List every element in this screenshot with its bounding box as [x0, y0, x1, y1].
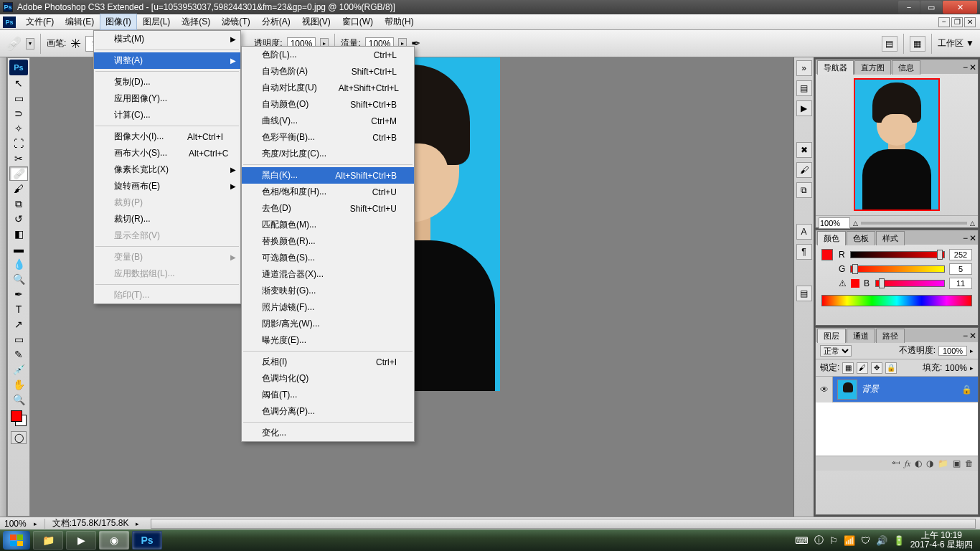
layer-opacity-value[interactable]: 100%: [938, 346, 967, 356]
layer-fill-value[interactable]: 100%: [945, 363, 967, 373]
r-slider[interactable]: [850, 251, 945, 258]
menu-item[interactable]: 去色(D)Shift+Ctrl+U: [242, 200, 414, 217]
tray-info-icon[interactable]: ⓘ: [814, 534, 824, 547]
menu-item[interactable]: 自动色阶(A)Shift+Ctrl+L: [242, 63, 414, 80]
menu-item[interactable]: 亮度/对比度(C)...: [242, 146, 414, 162]
menu-item[interactable]: 色调均化(Q): [242, 370, 414, 387]
taskbar-photoshop-icon[interactable]: Ps: [132, 531, 162, 550]
fill-arrow-icon[interactable]: ▸: [970, 364, 974, 372]
tray-network-icon[interactable]: 📶: [844, 535, 855, 546]
menu-item[interactable]: 色调分离(P)...: [242, 403, 414, 420]
bridge-icon[interactable]: ▦: [910, 36, 925, 52]
menu-item[interactable]: 复制(D)...: [94, 74, 240, 90]
wand-tool[interactable]: ✧: [9, 121, 28, 136]
doc-close-button[interactable]: ✕: [964, 17, 976, 27]
r-value[interactable]: 252: [949, 249, 972, 260]
adjustment-layer-icon[interactable]: ◑: [926, 458, 933, 468]
layer-group-icon[interactable]: 📁: [938, 458, 948, 468]
opacity-arrow-icon[interactable]: ▸: [970, 347, 974, 354]
status-arrow-icon[interactable]: ▸: [136, 520, 139, 527]
menu-item[interactable]: 照片滤镜(F)...: [242, 299, 414, 316]
menu-view[interactable]: 视图(V): [296, 14, 336, 30]
menu-item[interactable]: 调整(A)▶: [94, 52, 240, 69]
tab-channels[interactable]: 通道: [847, 329, 875, 343]
path-tool[interactable]: ↗: [9, 317, 28, 331]
lock-all-icon[interactable]: 🔒: [885, 362, 897, 374]
stamp-tool[interactable]: ⧉: [9, 197, 28, 211]
navigator-zoom-slider[interactable]: [861, 222, 967, 225]
slice-tool[interactable]: ✂: [9, 151, 28, 166]
menu-item[interactable]: 色彩平衡(B)...Ctrl+B: [242, 129, 414, 146]
tray-keyboard-icon[interactable]: ⌨: [795, 535, 809, 546]
color-spectrum[interactable]: [821, 295, 972, 306]
menu-item[interactable]: 黑白(K)...Alt+Shift+Ctrl+B: [242, 167, 414, 184]
zoom-out-icon[interactable]: △: [853, 220, 858, 227]
close-button[interactable]: ✕: [943, 1, 977, 14]
blend-mode-select[interactable]: 正常: [820, 345, 852, 357]
navigator-thumbnail[interactable]: [854, 78, 940, 211]
b-slider[interactable]: [875, 280, 945, 287]
menu-item[interactable]: 像素长宽比(X)▶: [94, 161, 240, 178]
tab-swatches[interactable]: 色板: [847, 231, 875, 245]
healing-brush-icon[interactable]: 🩹: [6, 36, 22, 52]
horizontal-scrollbar[interactable]: [151, 519, 976, 529]
tray-battery-icon[interactable]: 🔋: [893, 535, 905, 546]
tab-styles[interactable]: 样式: [876, 231, 905, 245]
menu-window[interactable]: 窗口(W): [336, 14, 379, 30]
menu-edit[interactable]: 编辑(E): [60, 14, 100, 30]
menu-item[interactable]: 色阶(L)...Ctrl+L: [242, 47, 414, 63]
menu-layer[interactable]: 图层(L): [137, 14, 176, 30]
menu-item[interactable]: 旋转画布(E)▶: [94, 178, 240, 194]
quickmask-button[interactable]: ◯: [11, 431, 27, 444]
layer-mask-icon[interactable]: ◐: [915, 458, 922, 468]
maximize-button[interactable]: ▭: [920, 1, 942, 14]
minimize-button[interactable]: −: [898, 1, 920, 14]
strip-expand-icon[interactable]: »: [796, 60, 812, 76]
tab-histogram[interactable]: 直方图: [854, 60, 891, 75]
panel-minimize-icon[interactable]: −: [963, 233, 968, 243]
menu-image[interactable]: 图像(I): [100, 14, 136, 30]
menu-item[interactable]: 应用图像(Y)...: [94, 90, 240, 107]
lock-pixels-icon[interactable]: 🖌: [857, 362, 868, 374]
strip-paragraph-icon[interactable]: ¶: [796, 244, 812, 260]
strip-history-icon[interactable]: ▤: [796, 80, 812, 96]
tab-paths[interactable]: 路径: [876, 329, 905, 343]
menu-item[interactable]: 替换颜色(R)...: [242, 233, 414, 250]
menu-item[interactable]: 阴影/高光(W)...: [242, 316, 414, 332]
menu-item[interactable]: 自动颜色(O)Shift+Ctrl+B: [242, 96, 414, 113]
pen-tool[interactable]: ✒: [9, 287, 28, 301]
eyedropper-tool[interactable]: 💉: [9, 362, 28, 377]
color-swatch[interactable]: [11, 410, 27, 426]
dodge-tool[interactable]: 🔍: [9, 272, 28, 286]
menu-item[interactable]: 图像大小(I)...Alt+Ctrl+I: [94, 128, 240, 145]
menu-help[interactable]: 帮助(H): [379, 14, 420, 30]
taskbar-mediaplayer-icon[interactable]: ▶: [66, 531, 96, 550]
menu-item[interactable]: 反相(I)Ctrl+I: [242, 354, 414, 370]
color-fg-bg-swatch[interactable]: [821, 249, 833, 288]
tray-flag-icon[interactable]: ⚐: [829, 535, 838, 546]
panel-minimize-icon[interactable]: −: [963, 62, 968, 72]
menu-item[interactable]: 裁切(R)...: [94, 211, 240, 227]
menu-item[interactable]: 计算(C)...: [94, 107, 240, 123]
strip-brushes-icon[interactable]: 🖌: [796, 162, 812, 178]
workspace-dropdown[interactable]: 工作区 ▼: [938, 37, 974, 50]
menu-item[interactable]: 阈值(T)...: [242, 387, 414, 403]
menu-item[interactable]: 可选颜色(S)...: [242, 250, 414, 266]
healing-tool[interactable]: 🩹: [9, 166, 28, 181]
doc-restore-button[interactable]: ❐: [951, 17, 963, 27]
tray-volume-icon[interactable]: 🔊: [876, 535, 887, 546]
g-value[interactable]: 5: [949, 263, 972, 275]
tab-navigator[interactable]: 导航器: [817, 60, 854, 75]
menu-analysis[interactable]: 分析(A): [256, 14, 296, 30]
status-zoom[interactable]: 100%: [4, 519, 27, 529]
menu-item[interactable]: 模式(M)▶: [94, 31, 240, 47]
tray-shield-icon[interactable]: 🛡: [861, 535, 870, 546]
hand-tool[interactable]: ✋: [9, 377, 28, 392]
brush-tool[interactable]: 🖌: [9, 182, 28, 196]
layer-name[interactable]: 背景: [862, 383, 961, 395]
navigator-zoom-input[interactable]: [819, 217, 850, 229]
menu-item[interactable]: 匹配颜色(M)...: [242, 217, 414, 233]
panel-close-icon[interactable]: ✕: [969, 331, 976, 341]
delete-layer-icon[interactable]: 🗑: [965, 458, 974, 468]
taskbar-explorer-icon[interactable]: 📁: [33, 531, 63, 550]
